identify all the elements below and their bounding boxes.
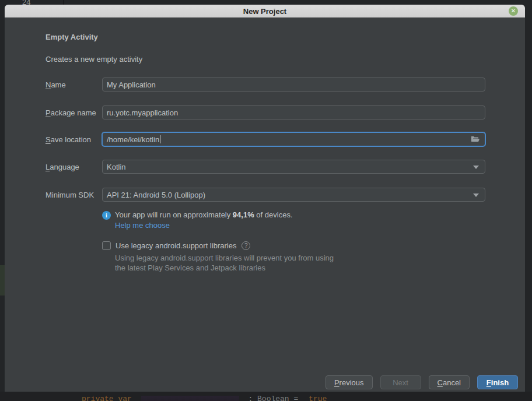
- language-dropdown[interactable]: Kotlin: [102, 160, 485, 174]
- name-value: My Application: [107, 80, 156, 89]
- background-code-keyword: private var: [82, 395, 132, 401]
- package-name-value: ru.yotc.myapplication: [107, 108, 178, 117]
- open-folder-icon[interactable]: [471, 135, 480, 145]
- background-left-stripe: [0, 265, 5, 296]
- previous-button[interactable]: Previous: [326, 375, 373, 389]
- cancel-button[interactable]: Cancel: [429, 375, 470, 389]
- finish-button[interactable]: Finish: [477, 375, 518, 389]
- package-name-label: Package name: [46, 108, 102, 117]
- minimum-sdk-dropdown[interactable]: API 21: Android 5.0 (Lollipop): [102, 188, 485, 202]
- device-percentage: 94,1%: [233, 210, 254, 219]
- name-row: Name My Application: [46, 78, 485, 92]
- template-heading: Empty Activity: [46, 33, 485, 41]
- legacy-support-row: Use legacy android.support libraries ?: [102, 241, 485, 250]
- name-input[interactable]: My Application: [102, 78, 485, 92]
- sdk-coverage-info: i Your app will run on approximately 94,…: [102, 210, 485, 230]
- background-code-line: private var : Boolean = true: [82, 395, 327, 401]
- minimum-sdk-label: Minimum SDK: [46, 191, 102, 199]
- close-icon[interactable]: ✕: [509, 6, 518, 16]
- language-row: Language Kotlin: [46, 160, 485, 174]
- save-location-label: Save location: [46, 135, 102, 144]
- background-code-strip: private var : Boolean = true: [0, 392, 532, 401]
- save-location-value: /home/kei/kotlin: [107, 135, 159, 144]
- dialog-body: Empty Activity Creates a new empty activ…: [5, 17, 525, 392]
- help-question-icon[interactable]: ?: [242, 241, 250, 250]
- language-value: Kotlin: [107, 163, 126, 171]
- background-code-type: : Boolean =: [248, 395, 298, 401]
- background-underlined-token: [141, 396, 239, 401]
- next-button: Next: [380, 375, 421, 389]
- legacy-note-line2: the latest Play Services and Jetpack lib…: [115, 263, 485, 273]
- package-name-row: Package name ru.yotc.myapplication: [46, 105, 485, 119]
- dialog-titlebar[interactable]: New Project ✕: [5, 5, 525, 17]
- info-icon: i: [102, 211, 111, 220]
- dialog-title: New Project: [243, 7, 286, 16]
- minimum-sdk-value: API 21: Android 5.0 (Lollipop): [107, 191, 205, 199]
- chevron-down-icon: [473, 194, 479, 197]
- language-label: Language: [46, 163, 102, 171]
- background-code-value: true: [309, 395, 327, 401]
- sdk-coverage-text: Your app will run on approximately 94,1%…: [115, 210, 293, 219]
- name-label: Name: [46, 80, 102, 89]
- help-me-choose-link[interactable]: Help me choose: [115, 221, 293, 230]
- dialog-button-bar: Previous Next Cancel Finish: [326, 375, 518, 389]
- save-location-input[interactable]: /home/kei/kotlin: [102, 132, 485, 146]
- legacy-support-label[interactable]: Use legacy android.support libraries: [116, 241, 236, 250]
- text-caret: [160, 135, 160, 143]
- legacy-note-line1: Using legacy android.support libraries w…: [115, 253, 485, 263]
- legacy-support-checkbox[interactable]: [102, 241, 111, 250]
- minimum-sdk-row: Minimum SDK API 21: Android 5.0 (Lollipo…: [46, 188, 485, 202]
- new-project-dialog: New Project ✕ Empty Activity Creates a n…: [5, 5, 525, 392]
- chevron-down-icon: [473, 166, 479, 169]
- save-location-row: Save location /home/kei/kotlin: [46, 132, 485, 146]
- package-name-input[interactable]: ru.yotc.myapplication: [102, 105, 485, 119]
- template-subtitle: Creates a new empty activity: [46, 55, 485, 64]
- background-tab-divider: [63, 0, 64, 5]
- legacy-support-note: Using legacy android.support libraries w…: [115, 253, 485, 273]
